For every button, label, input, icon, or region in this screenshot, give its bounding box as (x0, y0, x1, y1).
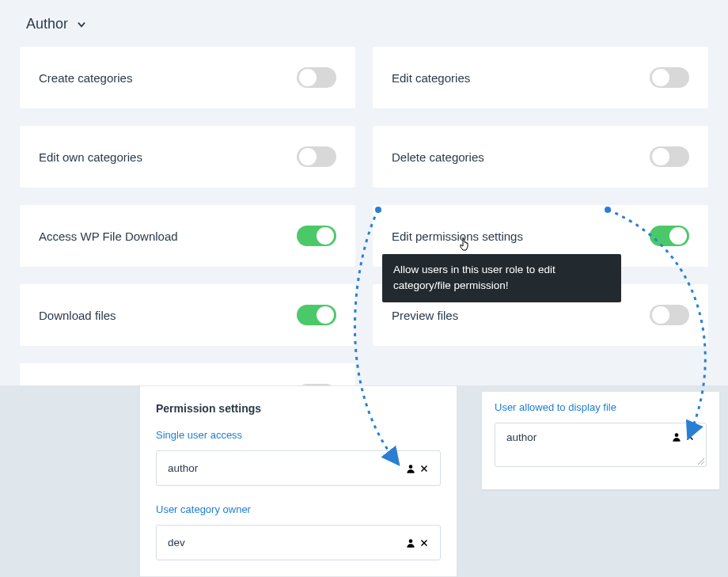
single-user-access-value[interactable]: author (156, 450, 441, 486)
toggle-edit-categories[interactable] (650, 67, 689, 88)
svg-line-9 (698, 458, 704, 465)
toggle-edit-own-categories[interactable] (297, 146, 336, 167)
perm-label: Access WP File Download (39, 230, 178, 243)
perm-label: Edit permissions settings (392, 230, 523, 243)
value-text: dev (168, 537, 185, 549)
perm-label: Create categories (39, 71, 132, 85)
close-icon[interactable] (685, 432, 695, 442)
permission-settings-panel: Permission settings Single user access a… (139, 385, 457, 577)
perm-edit-categories: Edit categories (373, 47, 708, 108)
value-icons (405, 463, 429, 474)
value-text: author (168, 462, 198, 474)
perm-label: Preview files (392, 309, 458, 322)
toggle-edit-permissions-settings[interactable] (650, 226, 689, 246)
user-icon[interactable] (405, 537, 416, 549)
toggle-preview-files[interactable] (650, 305, 689, 325)
role-label: Author (26, 16, 68, 32)
user-category-owner-value[interactable]: dev (156, 525, 441, 560)
user-allowed-display-file-panel: User allowed to display file author (481, 391, 720, 490)
field-label-user-allowed-display: User allowed to display file (495, 401, 707, 413)
panel-title: Permission settings (156, 402, 441, 415)
permissions-top-section: Author Create categories Edit categories… (0, 0, 728, 433)
perm-label: Edit categories (392, 71, 470, 85)
svg-line-10 (701, 461, 704, 465)
perm-edit-permissions-settings: Edit permissions settings Allow users in… (373, 205, 708, 267)
close-icon[interactable] (419, 464, 429, 473)
bottom-section: Permission settings Single user access a… (0, 385, 728, 577)
toggle-create-categories[interactable] (297, 67, 336, 88)
value-text: author (506, 431, 537, 443)
perm-access-wp-file-download: Access WP File Download (20, 205, 355, 267)
svg-point-0 (409, 465, 413, 469)
value-icons (671, 431, 695, 442)
tooltip-text: Allow users in this user role to edit ca… (393, 264, 555, 291)
field-label-user-category-owner: User category owner (156, 503, 441, 515)
resize-handle-icon[interactable] (696, 457, 704, 465)
user-icon[interactable] (405, 463, 416, 474)
perm-label: Edit own categories (39, 150, 142, 164)
perm-label: Download files (39, 309, 116, 322)
toggle-delete-categories[interactable] (650, 146, 689, 167)
perm-label: Delete categories (392, 150, 484, 164)
role-selector[interactable]: Author (26, 16, 87, 32)
toggle-download-files[interactable] (297, 305, 336, 325)
svg-point-6 (675, 433, 679, 437)
chevron-down-icon (76, 19, 87, 30)
toggle-access-wp-file-download[interactable] (297, 226, 336, 246)
field-label-single-user-access: Single user access (156, 429, 441, 441)
permissions-grid: Create categories Edit categories Edit o… (20, 47, 708, 425)
user-allowed-display-value[interactable]: author (495, 423, 707, 467)
perm-delete-categories: Delete categories (373, 126, 708, 188)
value-icons (405, 537, 429, 549)
close-icon[interactable] (419, 538, 429, 548)
user-icon[interactable] (671, 431, 682, 442)
tooltip: Allow users in this user role to edit ca… (382, 254, 621, 302)
perm-create-categories: Create categories (20, 47, 355, 108)
perm-download-files: Download files (20, 284, 355, 346)
perm-edit-own-categories: Edit own categories (20, 126, 355, 188)
svg-point-3 (409, 539, 413, 543)
